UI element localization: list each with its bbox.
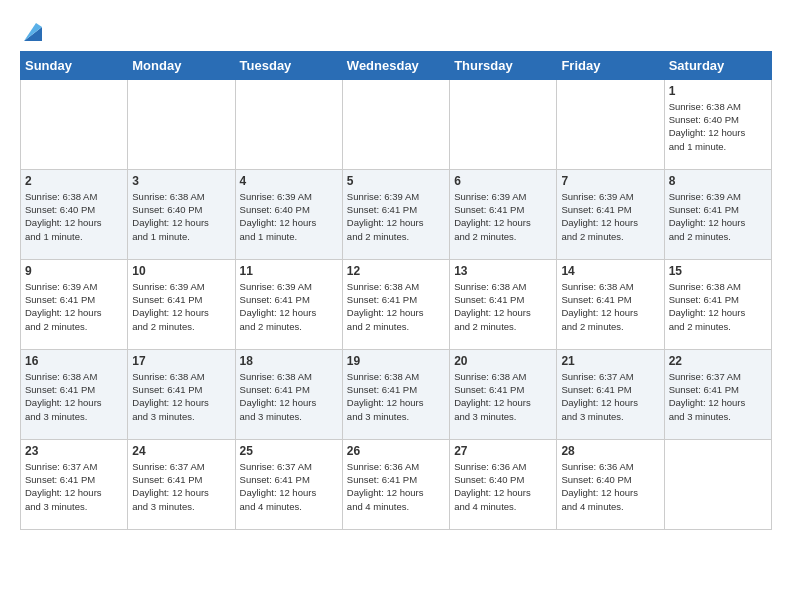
day-number: 7 <box>561 174 659 188</box>
day-number: 24 <box>132 444 230 458</box>
day-number: 28 <box>561 444 659 458</box>
weekday-header-thursday: Thursday <box>450 51 557 79</box>
calendar-cell: 9Sunrise: 6:39 AM Sunset: 6:41 PM Daylig… <box>21 259 128 349</box>
day-number: 1 <box>669 84 767 98</box>
day-info: Sunrise: 6:38 AM Sunset: 6:40 PM Dayligh… <box>669 100 767 153</box>
calendar-cell: 11Sunrise: 6:39 AM Sunset: 6:41 PM Dayli… <box>235 259 342 349</box>
calendar-cell: 5Sunrise: 6:39 AM Sunset: 6:41 PM Daylig… <box>342 169 449 259</box>
day-info: Sunrise: 6:38 AM Sunset: 6:41 PM Dayligh… <box>25 370 123 423</box>
day-info: Sunrise: 6:39 AM Sunset: 6:40 PM Dayligh… <box>240 190 338 243</box>
calendar-cell: 20Sunrise: 6:38 AM Sunset: 6:41 PM Dayli… <box>450 349 557 439</box>
calendar-cell: 10Sunrise: 6:39 AM Sunset: 6:41 PM Dayli… <box>128 259 235 349</box>
day-info: Sunrise: 6:39 AM Sunset: 6:41 PM Dayligh… <box>669 190 767 243</box>
day-info: Sunrise: 6:38 AM Sunset: 6:41 PM Dayligh… <box>347 280 445 333</box>
calendar-cell: 16Sunrise: 6:38 AM Sunset: 6:41 PM Dayli… <box>21 349 128 439</box>
calendar-cell <box>235 79 342 169</box>
page-header <box>20 20 772 41</box>
weekday-header-sunday: Sunday <box>21 51 128 79</box>
calendar-cell: 25Sunrise: 6:37 AM Sunset: 6:41 PM Dayli… <box>235 439 342 529</box>
day-info: Sunrise: 6:38 AM Sunset: 6:41 PM Dayligh… <box>132 370 230 423</box>
calendar-cell: 13Sunrise: 6:38 AM Sunset: 6:41 PM Dayli… <box>450 259 557 349</box>
calendar-cell: 17Sunrise: 6:38 AM Sunset: 6:41 PM Dayli… <box>128 349 235 439</box>
day-number: 27 <box>454 444 552 458</box>
day-number: 10 <box>132 264 230 278</box>
day-info: Sunrise: 6:37 AM Sunset: 6:41 PM Dayligh… <box>240 460 338 513</box>
calendar-cell: 15Sunrise: 6:38 AM Sunset: 6:41 PM Dayli… <box>664 259 771 349</box>
day-info: Sunrise: 6:37 AM Sunset: 6:41 PM Dayligh… <box>561 370 659 423</box>
calendar-cell: 6Sunrise: 6:39 AM Sunset: 6:41 PM Daylig… <box>450 169 557 259</box>
calendar-cell: 19Sunrise: 6:38 AM Sunset: 6:41 PM Dayli… <box>342 349 449 439</box>
day-info: Sunrise: 6:38 AM Sunset: 6:41 PM Dayligh… <box>454 280 552 333</box>
calendar-cell: 7Sunrise: 6:39 AM Sunset: 6:41 PM Daylig… <box>557 169 664 259</box>
calendar-cell: 2Sunrise: 6:38 AM Sunset: 6:40 PM Daylig… <box>21 169 128 259</box>
day-info: Sunrise: 6:38 AM Sunset: 6:40 PM Dayligh… <box>25 190 123 243</box>
day-info: Sunrise: 6:38 AM Sunset: 6:41 PM Dayligh… <box>240 370 338 423</box>
day-number: 14 <box>561 264 659 278</box>
day-info: Sunrise: 6:39 AM Sunset: 6:41 PM Dayligh… <box>240 280 338 333</box>
weekday-header-saturday: Saturday <box>664 51 771 79</box>
day-number: 2 <box>25 174 123 188</box>
logo <box>20 20 42 41</box>
day-number: 5 <box>347 174 445 188</box>
day-number: 8 <box>669 174 767 188</box>
calendar-cell: 4Sunrise: 6:39 AM Sunset: 6:40 PM Daylig… <box>235 169 342 259</box>
calendar-cell: 14Sunrise: 6:38 AM Sunset: 6:41 PM Dayli… <box>557 259 664 349</box>
day-number: 4 <box>240 174 338 188</box>
day-info: Sunrise: 6:36 AM Sunset: 6:41 PM Dayligh… <box>347 460 445 513</box>
calendar-cell <box>21 79 128 169</box>
day-number: 13 <box>454 264 552 278</box>
weekday-header-friday: Friday <box>557 51 664 79</box>
calendar-cell: 3Sunrise: 6:38 AM Sunset: 6:40 PM Daylig… <box>128 169 235 259</box>
calendar-cell: 27Sunrise: 6:36 AM Sunset: 6:40 PM Dayli… <box>450 439 557 529</box>
calendar-cell <box>342 79 449 169</box>
calendar-cell: 23Sunrise: 6:37 AM Sunset: 6:41 PM Dayli… <box>21 439 128 529</box>
day-number: 15 <box>669 264 767 278</box>
day-info: Sunrise: 6:37 AM Sunset: 6:41 PM Dayligh… <box>132 460 230 513</box>
day-number: 16 <box>25 354 123 368</box>
calendar-cell <box>664 439 771 529</box>
day-info: Sunrise: 6:39 AM Sunset: 6:41 PM Dayligh… <box>454 190 552 243</box>
day-number: 20 <box>454 354 552 368</box>
day-info: Sunrise: 6:37 AM Sunset: 6:41 PM Dayligh… <box>25 460 123 513</box>
day-number: 17 <box>132 354 230 368</box>
weekday-header-wednesday: Wednesday <box>342 51 449 79</box>
day-info: Sunrise: 6:39 AM Sunset: 6:41 PM Dayligh… <box>25 280 123 333</box>
calendar-cell: 24Sunrise: 6:37 AM Sunset: 6:41 PM Dayli… <box>128 439 235 529</box>
calendar-cell: 1Sunrise: 6:38 AM Sunset: 6:40 PM Daylig… <box>664 79 771 169</box>
day-number: 3 <box>132 174 230 188</box>
calendar-cell: 18Sunrise: 6:38 AM Sunset: 6:41 PM Dayli… <box>235 349 342 439</box>
day-number: 6 <box>454 174 552 188</box>
day-info: Sunrise: 6:39 AM Sunset: 6:41 PM Dayligh… <box>561 190 659 243</box>
day-number: 23 <box>25 444 123 458</box>
day-number: 18 <box>240 354 338 368</box>
day-info: Sunrise: 6:38 AM Sunset: 6:41 PM Dayligh… <box>561 280 659 333</box>
calendar-cell: 12Sunrise: 6:38 AM Sunset: 6:41 PM Dayli… <box>342 259 449 349</box>
day-info: Sunrise: 6:39 AM Sunset: 6:41 PM Dayligh… <box>347 190 445 243</box>
calendar-cell <box>557 79 664 169</box>
day-number: 26 <box>347 444 445 458</box>
day-number: 25 <box>240 444 338 458</box>
day-number: 9 <box>25 264 123 278</box>
calendar-table: SundayMondayTuesdayWednesdayThursdayFrid… <box>20 51 772 530</box>
day-info: Sunrise: 6:36 AM Sunset: 6:40 PM Dayligh… <box>454 460 552 513</box>
day-info: Sunrise: 6:38 AM Sunset: 6:40 PM Dayligh… <box>132 190 230 243</box>
day-info: Sunrise: 6:39 AM Sunset: 6:41 PM Dayligh… <box>132 280 230 333</box>
calendar-cell <box>128 79 235 169</box>
weekday-header-monday: Monday <box>128 51 235 79</box>
weekday-header-tuesday: Tuesday <box>235 51 342 79</box>
calendar-cell: 22Sunrise: 6:37 AM Sunset: 6:41 PM Dayli… <box>664 349 771 439</box>
day-info: Sunrise: 6:36 AM Sunset: 6:40 PM Dayligh… <box>561 460 659 513</box>
day-info: Sunrise: 6:38 AM Sunset: 6:41 PM Dayligh… <box>347 370 445 423</box>
day-info: Sunrise: 6:38 AM Sunset: 6:41 PM Dayligh… <box>669 280 767 333</box>
day-info: Sunrise: 6:37 AM Sunset: 6:41 PM Dayligh… <box>669 370 767 423</box>
day-number: 21 <box>561 354 659 368</box>
calendar-cell: 21Sunrise: 6:37 AM Sunset: 6:41 PM Dayli… <box>557 349 664 439</box>
calendar-cell: 26Sunrise: 6:36 AM Sunset: 6:41 PM Dayli… <box>342 439 449 529</box>
day-number: 12 <box>347 264 445 278</box>
calendar-cell: 8Sunrise: 6:39 AM Sunset: 6:41 PM Daylig… <box>664 169 771 259</box>
day-info: Sunrise: 6:38 AM Sunset: 6:41 PM Dayligh… <box>454 370 552 423</box>
calendar-cell: 28Sunrise: 6:36 AM Sunset: 6:40 PM Dayli… <box>557 439 664 529</box>
day-number: 22 <box>669 354 767 368</box>
calendar-cell <box>450 79 557 169</box>
day-number: 19 <box>347 354 445 368</box>
